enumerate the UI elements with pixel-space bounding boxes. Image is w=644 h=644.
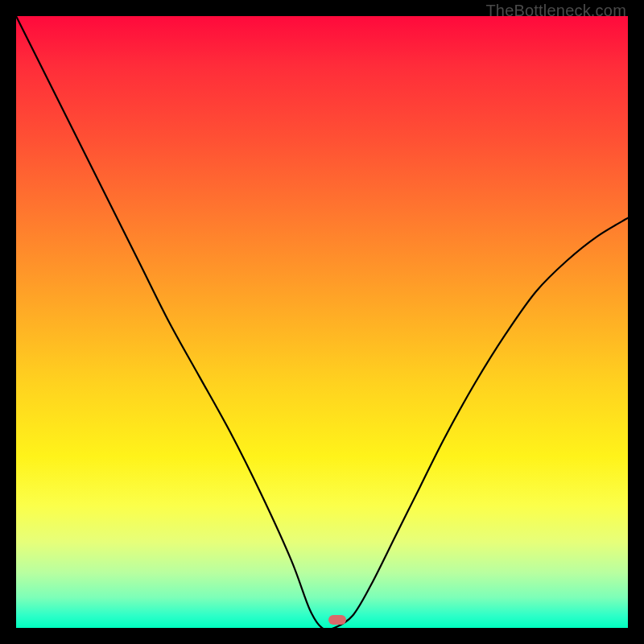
curve-svg xyxy=(16,16,628,628)
optimal-marker xyxy=(328,615,346,625)
bottleneck-curve xyxy=(16,16,628,628)
chart-frame: TheBottleneck.com xyxy=(0,0,644,644)
watermark-text: TheBottleneck.com xyxy=(485,2,626,20)
plot-area xyxy=(16,16,628,628)
